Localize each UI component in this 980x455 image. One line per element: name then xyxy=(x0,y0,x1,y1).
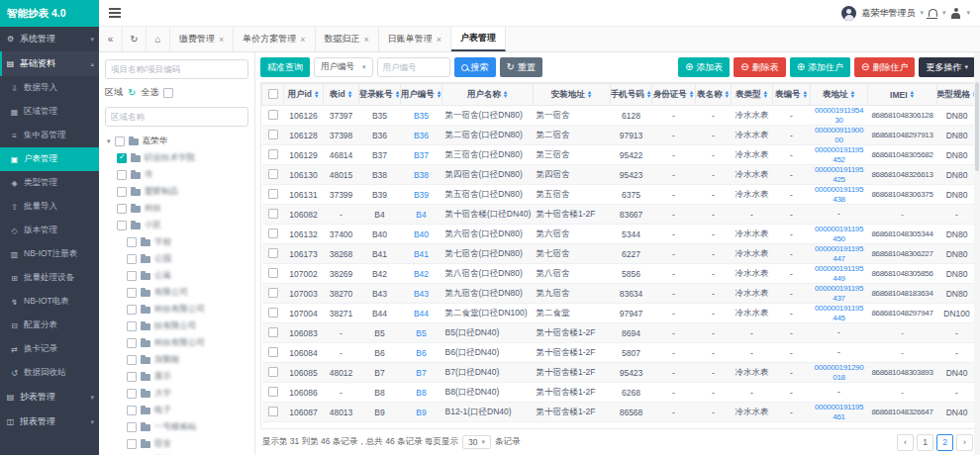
row-checkbox[interactable] xyxy=(268,327,278,337)
cell-link[interactable]: B36 xyxy=(414,131,429,140)
tree-node[interactable]: 公寓 xyxy=(105,267,248,284)
col-meter-name[interactable]: 表名称▲▼ xyxy=(696,84,732,106)
tree-node[interactable]: 学校 xyxy=(105,233,248,250)
sidebar-item-nbiot-electric[interactable]: ↯NB-IOT电表 xyxy=(0,290,99,314)
notification-bell-icon[interactable] xyxy=(929,9,937,17)
sidebar-section-report-mgmt[interactable]: ◫报表管理▾ xyxy=(0,410,99,434)
cell-link[interactable]: 000000191195450 xyxy=(815,225,863,242)
cell-link[interactable]: 000000191195445 xyxy=(815,304,863,321)
scrollbar-thumb[interactable] xyxy=(975,82,979,171)
col-install-address[interactable]: 安装地址▲▼ xyxy=(534,84,611,106)
close-icon[interactable]: × xyxy=(437,35,441,45)
page-size-select[interactable]: 30 ▾ xyxy=(462,435,491,449)
tree-node[interactable]: 公园 xyxy=(105,250,248,267)
tree-node[interactable]: 科技 xyxy=(105,200,248,217)
cell-link[interactable]: B8 xyxy=(416,388,426,398)
cell-link[interactable]: B5 xyxy=(416,328,426,338)
tree-checkbox[interactable] xyxy=(127,372,137,382)
tree-checkbox[interactable] xyxy=(117,204,127,214)
pager-next[interactable]: › xyxy=(956,434,973,451)
col-meter-id[interactable]: 表id▲▼ xyxy=(324,84,359,106)
tree-checkbox[interactable] xyxy=(117,221,127,230)
collapse-left-icon[interactable]: « xyxy=(99,27,123,51)
sidebar-item-version-mgmt[interactable]: ◇版本管理 xyxy=(0,219,99,242)
sidebar-item-region-mgmt[interactable]: ▦区域管理 xyxy=(0,100,99,124)
row-checkbox[interactable] xyxy=(268,130,278,139)
tree-checkbox[interactable] xyxy=(127,389,137,399)
tree-node[interactable]: ▾嘉荣华 xyxy=(105,133,248,149)
tree-checkbox[interactable] xyxy=(127,406,137,415)
tree-node[interactable]: 有限公司 xyxy=(105,284,248,301)
sort-icon[interactable]: ▲▼ xyxy=(503,91,508,97)
row-checkbox[interactable] xyxy=(268,149,278,159)
cell-link[interactable]: 000000191195452 xyxy=(815,145,863,163)
sidebar-item-batch-import[interactable]: ⇪批量导入 xyxy=(0,195,99,219)
sort-icon[interactable]: ▲▼ xyxy=(314,91,319,97)
sort-icon[interactable]: ▲▼ xyxy=(646,91,651,97)
tree-node[interactable]: 大学 xyxy=(105,385,248,402)
col-meter-no[interactable]: 表编号▲▼ xyxy=(773,84,811,106)
row-checkbox[interactable] xyxy=(268,268,278,278)
sidebar-item-user-meter-mgmt[interactable]: ▣户表管理 xyxy=(0,147,99,171)
sidebar-item-nbiot-registry[interactable]: ▥NB-IOT注册表 xyxy=(0,242,99,266)
area-refresh-icon[interactable]: ↻ xyxy=(128,87,136,98)
tree-node[interactable]: 电子 xyxy=(105,402,248,418)
col-id-card[interactable]: 身份证号▲▼ xyxy=(652,84,696,106)
cell-link[interactable]: B35 xyxy=(414,111,429,121)
col-meter-address[interactable]: 表地址▲▼ xyxy=(811,84,868,106)
tree-checkbox[interactable] xyxy=(127,271,137,281)
tab-price-plan-mgmt[interactable]: 单价方案管理× xyxy=(234,27,315,51)
sort-icon[interactable]: ▲▼ xyxy=(763,91,768,97)
row-checkbox[interactable] xyxy=(268,288,278,298)
cell-link[interactable]: B41 xyxy=(414,249,429,259)
select-all-checkbox[interactable] xyxy=(163,88,173,98)
tree-checkbox[interactable] xyxy=(117,153,127,163)
reset-button[interactable]: ↻ 重置 xyxy=(500,57,542,77)
more-actions-button[interactable]: 更多操作 ▾ xyxy=(919,57,975,77)
pager-prev[interactable]: ‹ xyxy=(897,434,914,451)
row-checkbox[interactable] xyxy=(268,209,278,219)
cell-link[interactable]: B7 xyxy=(416,368,426,378)
sidebar-section-base-data[interactable]: ▤基础资料▴ xyxy=(0,51,99,76)
cell-link[interactable]: B42 xyxy=(414,269,429,279)
col-login-account[interactable]: 登录账号▲▼ xyxy=(359,84,401,106)
col-user-no[interactable]: 用户编号▲▼ xyxy=(401,84,442,106)
cell-link[interactable]: B4 xyxy=(416,210,426,220)
cell-link[interactable]: 00000091190000 xyxy=(815,126,863,143)
tab-user-meter-mgmt[interactable]: 户表管理 xyxy=(451,27,506,51)
sidebar-item-concentrator-mgmt[interactable]: ≡集中器管理 xyxy=(0,124,99,147)
chevron-down-icon[interactable]: ▾ xyxy=(107,137,111,145)
sort-icon[interactable]: ▲▼ xyxy=(437,91,441,97)
tree-node[interactable]: 科技有限公司 xyxy=(105,334,248,351)
cell-link[interactable]: 000000191195425 xyxy=(815,165,863,183)
header-checkbox[interactable] xyxy=(268,89,278,99)
tree-node[interactable]: 宿舍 xyxy=(105,435,248,452)
row-checkbox[interactable] xyxy=(268,169,278,179)
close-icon[interactable]: × xyxy=(364,35,369,45)
cell-link[interactable]: B39 xyxy=(414,190,429,200)
tree-checkbox[interactable] xyxy=(127,338,137,348)
row-checkbox[interactable] xyxy=(268,407,278,416)
sort-icon[interactable]: ▲▼ xyxy=(689,91,694,97)
tab-data-correction[interactable]: 数据归正× xyxy=(316,27,379,51)
tree-checkbox[interactable] xyxy=(127,439,137,449)
cell-link[interactable]: B38 xyxy=(414,170,429,180)
add-resident-button[interactable]: ⊕ 添加住户 xyxy=(790,57,850,77)
row-checkbox[interactable] xyxy=(268,367,278,377)
tree-checkbox[interactable] xyxy=(117,170,127,180)
row-checkbox[interactable] xyxy=(268,189,278,199)
sort-icon[interactable]: ▲▼ xyxy=(910,91,915,97)
col-user-id[interactable]: 用户id▲▼ xyxy=(284,84,324,106)
col-meter-type[interactable]: 表类型▲▼ xyxy=(732,84,773,106)
tree-node[interactable]: 一号楼栋站 xyxy=(105,418,248,435)
cell-link[interactable]: 000000191195461 xyxy=(815,403,863,420)
tree-node[interactable]: 职业技术学院 xyxy=(105,149,248,166)
row-checkbox[interactable] xyxy=(268,228,278,238)
tree-checkbox[interactable] xyxy=(115,136,125,146)
home-icon[interactable]: ⌂ xyxy=(147,27,170,51)
precise-query-button[interactable]: 精准查询 xyxy=(260,57,310,77)
search-field-select[interactable]: 用户编号 ▾ xyxy=(314,57,373,77)
page-1[interactable]: 1 xyxy=(917,434,933,451)
tab-daily-bill-mgmt[interactable]: 日账单管理× xyxy=(379,27,451,51)
row-checkbox[interactable] xyxy=(268,308,278,318)
